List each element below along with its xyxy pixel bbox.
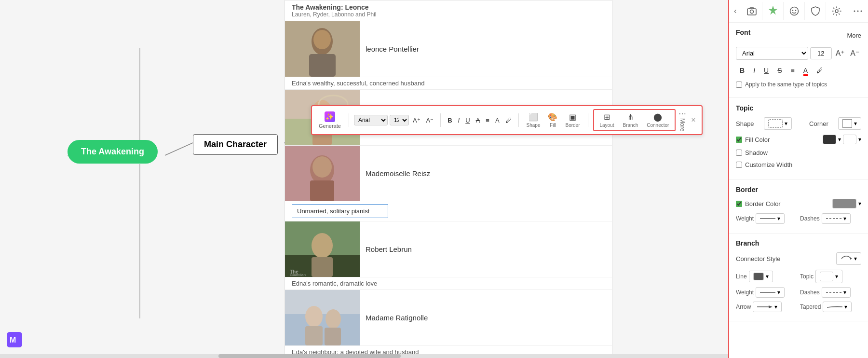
tapered-label: Tapered — [800, 303, 821, 310]
canvas-area: The Awakening Main Character The Awakeni… — [0, 0, 728, 358]
char-block-leonce[interactable]: The Awakening: Leonce Lauren, Ryder, Lab… — [285, 0, 612, 90]
dashes-dropdown[interactable]: ▾ — [822, 213, 851, 224]
tapered-dropdown[interactable]: ▾ — [823, 302, 852, 312]
char-name-robert: Robert Lebrun — [366, 245, 412, 253]
connector-style-dropdown[interactable]: ▾ — [836, 252, 861, 265]
italic-btn[interactable]: I — [456, 116, 462, 125]
font-select[interactable]: Arial — [354, 115, 388, 125]
border-color-swatch[interactable] — [832, 199, 856, 208]
border-action[interactable]: ▣ Border — [562, 111, 583, 129]
dashes-col: Dashes ▾ — [800, 213, 861, 224]
branch-action[interactable]: ⋔ Branch — [620, 111, 641, 129]
highlight-btn[interactable]: 🖊 — [503, 116, 514, 125]
underline-btn[interactable]: U — [463, 116, 472, 125]
branch-dashes-col: Dashes ▾ — [800, 287, 861, 298]
font-size-up[interactable]: A⁺ — [411, 116, 422, 125]
border-color-checkbox[interactable] — [736, 201, 742, 207]
font-color-btn[interactable]: A — [800, 65, 812, 76]
bold-format-btn[interactable]: B — [736, 65, 748, 76]
root-node[interactable]: The Awakening — [68, 140, 158, 164]
char-top-robert: The Guardian Robert Lebrun — [285, 221, 612, 277]
line-dropdown[interactable]: ▾ — [749, 271, 773, 282]
underline-format-btn[interactable]: U — [760, 65, 773, 76]
font-size-decrease-btn[interactable]: A⁻ — [848, 48, 861, 59]
char-block-ratignolle[interactable]: Madame Ratignolle Eda's neighbour; a dev… — [285, 290, 612, 358]
shadow-row: Shadow — [736, 149, 861, 156]
fill-action[interactable]: 🎨 Fill — [545, 111, 560, 129]
italic-format-btn[interactable]: I — [749, 65, 759, 76]
canvas-scrollbar[interactable] — [0, 354, 728, 358]
align-format-btn[interactable]: ≡ — [787, 65, 798, 76]
weight-dropdown[interactable]: ▾ — [756, 213, 785, 224]
fill-color-checkbox-label[interactable]: Fill Color — [736, 136, 770, 143]
font-size-down[interactable]: A⁻ — [424, 116, 436, 125]
layout-icon: ⊞ — [604, 112, 610, 122]
panel-icon-emoji[interactable] — [784, 2, 805, 20]
size-select[interactable]: 12 — [390, 115, 409, 125]
shape-dropdown[interactable]: ▾ — [764, 117, 792, 130]
panel-collapse-btn[interactable]: ‹ — [729, 3, 741, 19]
dashes-label: Dashes — [800, 215, 820, 222]
shadow-checkbox[interactable] — [736, 150, 742, 156]
corner-dropdown[interactable]: ▾ — [838, 117, 861, 130]
customize-width-checkbox[interactable] — [736, 162, 742, 168]
more-btn[interactable]: ⋯ More — [678, 109, 686, 131]
panel-icon-camera[interactable] — [741, 2, 762, 20]
font-size-input[interactable] — [810, 47, 832, 59]
strikethrough-btn[interactable]: A — [474, 116, 482, 125]
shape-action[interactable]: ⬜ Shape — [524, 111, 543, 129]
border-section-title: Border — [736, 186, 758, 193]
align-btn[interactable]: ≡ — [484, 116, 491, 125]
panel-icon-ai[interactable] — [762, 2, 784, 20]
main-char-box[interactable]: Main Character — [193, 134, 278, 155]
connector-style-row: Connector Style ▾ — [736, 252, 861, 265]
pen-btn[interactable]: 🖊 — [813, 65, 827, 76]
panel-icon-settings[interactable] — [826, 2, 847, 20]
fill-color-secondary-dropdown[interactable]: ▾ — [858, 136, 861, 143]
topic-color-dropdown[interactable]: ▾ — [815, 270, 842, 283]
strikethrough-format-btn[interactable]: S — [773, 65, 786, 76]
panel-icon-more[interactable] — [847, 2, 868, 20]
svg-rect-28 — [285, 290, 360, 345]
generate-btn[interactable]: ✨ Generate — [316, 110, 344, 130]
border-color-dropdown[interactable]: ▾ — [858, 200, 861, 207]
apply-checkbox-input[interactable] — [736, 82, 742, 88]
bold-btn[interactable]: B — [446, 116, 454, 125]
fill-color-dropdown[interactable]: ▾ — [838, 136, 841, 143]
dismiss-btn[interactable]: × — [689, 115, 697, 125]
branch-icon: ⋔ — [627, 112, 634, 122]
char-block-reisz[interactable]: Mademoiselle Reisz Unmarried, solitary p… — [285, 146, 612, 221]
arrow-dropdown[interactable]: ▾ — [753, 302, 782, 312]
branch-dashes-dropdown[interactable]: ▾ — [822, 287, 851, 298]
customize-width-label: Customize Width — [745, 161, 792, 168]
fill-color-secondary-swatch[interactable] — [843, 135, 856, 144]
border-color-row: Border Color ▾ — [736, 199, 861, 208]
char-block-robert[interactable]: The Guardian Robert Lebrun Edna's romant… — [285, 221, 612, 290]
arrow-tapered-row: Arrow ▾ Tapered ▾ — [736, 302, 861, 312]
svg-text:Guardian: Guardian — [290, 273, 306, 277]
weight-label: Weight — [736, 215, 754, 222]
fill-color-checkbox[interactable] — [736, 137, 742, 143]
connector-action[interactable]: ⬤ Connector — [644, 111, 672, 129]
customize-width-row: Customize Width — [736, 161, 861, 168]
toolbar-divider-1 — [349, 113, 349, 127]
layout-action[interactable]: ⊞ Layout — [597, 111, 617, 129]
fill-label: Fill — [550, 123, 556, 128]
branch-weight-dropdown[interactable]: ▾ — [756, 287, 785, 298]
bottom-logo[interactable]: M — [6, 331, 23, 348]
customize-width-checkbox-label[interactable]: Customize Width — [736, 161, 792, 168]
shadow-checkbox-label[interactable]: Shadow — [736, 149, 768, 156]
color-btn[interactable]: A — [493, 116, 502, 125]
font-name-select[interactable]: Arial Times New Roman Helvetica — [736, 47, 808, 60]
char-desc-reisz[interactable]: Unmarried, solitary pianist — [292, 204, 388, 218]
line-label: Line — [736, 273, 747, 280]
branch-dashes-label: Dashes — [800, 289, 820, 296]
panel-icon-shield[interactable] — [805, 2, 826, 20]
font-size-increase-btn[interactable]: A⁺ — [834, 48, 847, 59]
fill-color-control: ▾ ▾ — [823, 135, 861, 144]
border-color-checkbox-label[interactable]: Border Color — [736, 200, 781, 207]
fill-color-swatch[interactable] — [823, 135, 836, 144]
svg-marker-47 — [850, 258, 852, 260]
font-more-link[interactable]: More — [847, 32, 861, 39]
svg-rect-22 — [285, 221, 360, 277]
